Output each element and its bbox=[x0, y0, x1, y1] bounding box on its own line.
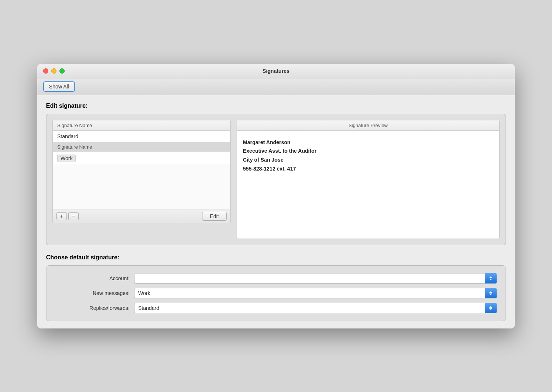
preview-org: City of San Jose bbox=[243, 156, 493, 165]
account-row: Account: bbox=[55, 273, 497, 284]
default-signature-title: Choose default signature: bbox=[46, 254, 506, 261]
list-item[interactable]: Standard bbox=[53, 131, 230, 142]
maximize-button[interactable] bbox=[59, 68, 65, 74]
name-badge: Work bbox=[57, 155, 76, 162]
sig-list-buttons: + − bbox=[56, 212, 79, 220]
new-messages-select-wrapper: Work Standard None bbox=[134, 288, 497, 298]
signature-preview-content: Margaret Anderson Executive Asst. to the… bbox=[237, 131, 499, 181]
main-content: Edit signature: Signature Name Standard … bbox=[37, 95, 515, 328]
close-button[interactable] bbox=[43, 68, 48, 74]
signature-preview-header: Signature Preview bbox=[237, 120, 499, 131]
new-messages-row: New messages: Work Standard None bbox=[55, 288, 497, 298]
signature-preview-container: Signature Preview Margaret Anderson Exec… bbox=[237, 120, 500, 239]
toolbar: Show All bbox=[37, 78, 515, 95]
edit-panel: Signature Name Standard Signature Name W… bbox=[46, 114, 506, 245]
preview-phone: 555-828-1212 ext. 417 bbox=[243, 165, 493, 174]
replies-select[interactable]: Standard Work None bbox=[134, 303, 497, 313]
account-select[interactable] bbox=[134, 273, 497, 284]
signature-preview-box: Signature Preview Margaret Anderson Exec… bbox=[237, 120, 500, 239]
new-messages-label: New messages: bbox=[55, 290, 130, 296]
add-signature-button[interactable]: + bbox=[56, 212, 67, 220]
edit-signature-button[interactable]: Edit bbox=[202, 212, 227, 221]
new-messages-select[interactable]: Work Standard None bbox=[134, 288, 497, 298]
signature-list: Signature Name Standard Signature Name W… bbox=[52, 120, 231, 210]
minimize-button[interactable] bbox=[51, 68, 56, 74]
signature-list-container: Signature Name Standard Signature Name W… bbox=[52, 120, 231, 239]
preview-title: Executive Asst. to the Auditor bbox=[243, 147, 493, 156]
window-title: Signatures bbox=[263, 68, 289, 74]
edit-panel-inner: Signature Name Standard Signature Name W… bbox=[52, 120, 500, 239]
replies-label: Replies/forwards: bbox=[55, 305, 130, 311]
default-signature-panel: Account: New messages: bbox=[46, 265, 506, 321]
replies-row: Replies/forwards: Standard Work None bbox=[55, 303, 497, 313]
signature-list-toolbar: + − Edit bbox=[52, 210, 231, 223]
list-empty-area bbox=[53, 165, 230, 210]
preview-name: Margaret Anderson bbox=[243, 138, 493, 147]
show-all-button[interactable]: Show All bbox=[43, 81, 75, 92]
remove-signature-button[interactable]: − bbox=[68, 212, 79, 220]
list-group-header: Signature Name bbox=[53, 142, 230, 152]
account-label: Account: bbox=[55, 275, 130, 281]
traffic-lights bbox=[43, 68, 65, 74]
account-select-wrapper bbox=[134, 273, 497, 284]
signature-list-header: Signature Name bbox=[53, 120, 230, 131]
replies-select-wrapper: Standard Work None bbox=[134, 303, 497, 313]
window: Signatures Show All Edit signature: Sign… bbox=[37, 64, 515, 328]
titlebar: Signatures bbox=[37, 64, 515, 78]
edit-signature-title: Edit signature: bbox=[46, 103, 506, 109]
list-item[interactable]: Work bbox=[53, 152, 230, 165]
